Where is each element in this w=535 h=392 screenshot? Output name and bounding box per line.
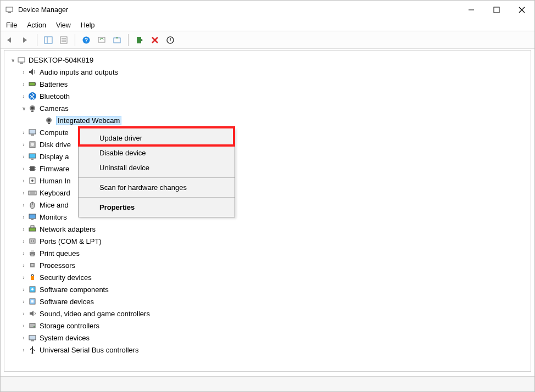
properties-button[interactable] (57, 33, 70, 47)
tree-item[interactable]: ›Software components (7, 283, 531, 295)
chevron-right-icon[interactable]: › (20, 93, 27, 99)
chevron-right-icon[interactable]: › (20, 250, 27, 256)
svg-rect-51 (29, 228, 36, 231)
chevron-right-icon[interactable]: › (20, 202, 27, 208)
tree-item-label: Monitors (40, 213, 67, 221)
minimize-button[interactable] (459, 1, 484, 19)
tree-item[interactable]: ›Software devices (7, 295, 531, 307)
maximize-button[interactable] (484, 1, 509, 19)
usb-icon (27, 345, 37, 355)
uninstall-device-button[interactable] (148, 33, 161, 47)
tree-item[interactable]: ›Audio inputs and outputs (7, 66, 531, 78)
software-icon (27, 284, 37, 294)
svg-rect-27 (31, 111, 34, 112)
storage-icon (27, 321, 37, 331)
ctx-separator (79, 197, 235, 198)
tree-item[interactable]: ›Bluetooth (7, 90, 531, 102)
svg-rect-52 (31, 226, 34, 228)
battery-icon (27, 79, 37, 89)
update-driver-button[interactable] (110, 33, 124, 47)
tree-item-label: Mice and (40, 201, 69, 209)
chevron-right-icon[interactable]: › (20, 226, 27, 232)
tree-item[interactable]: ∨Cameras (7, 102, 531, 114)
svg-point-43 (31, 180, 34, 182)
hid-icon (27, 176, 37, 186)
chevron-right-icon[interactable]: › (20, 81, 27, 87)
tree-item[interactable]: ›Network adapters (7, 223, 531, 235)
menu-bar: File Action View Help (1, 19, 534, 31)
svg-point-63 (31, 288, 34, 290)
chevron-right-icon[interactable]: › (20, 166, 27, 172)
tree-item[interactable]: ›Batteries (7, 78, 531, 90)
chevron-right-icon[interactable]: › (20, 190, 27, 196)
tree-item-label: Compute (40, 128, 69, 137)
help-button[interactable]: ? (80, 33, 93, 47)
tree-item-label: Universal Serial Bus controllers (40, 346, 139, 354)
tree-item-label: Print queues (40, 249, 80, 257)
ctx-properties[interactable]: Properties (79, 200, 235, 215)
tree-child-item[interactable]: Integrated Webcam (7, 114, 531, 126)
tree-item[interactable]: ›Security devices (7, 271, 531, 283)
forward-button[interactable] (19, 33, 32, 47)
port-icon (27, 236, 37, 246)
mouse-icon (27, 200, 37, 210)
chevron-right-icon[interactable]: › (20, 154, 27, 160)
chevron-right-icon[interactable]: › (20, 323, 27, 329)
chevron-right-icon[interactable]: › (20, 299, 27, 305)
scan-hardware-button[interactable] (95, 33, 108, 47)
svg-rect-23 (35, 83, 36, 85)
back-button[interactable] (4, 33, 17, 47)
chevron-right-icon[interactable]: › (20, 214, 27, 220)
disable-device-button[interactable] (164, 33, 177, 47)
chevron-right-icon[interactable]: › (20, 69, 27, 75)
menu-help[interactable]: Help (81, 21, 95, 29)
svg-rect-68 (29, 335, 36, 340)
menu-file[interactable]: File (6, 21, 17, 29)
tree-item[interactable]: ›System devices (7, 332, 531, 344)
tree-item[interactable]: ›Processors (7, 259, 531, 271)
tree-item-label: Security devices (40, 273, 92, 282)
svg-rect-1 (8, 12, 11, 13)
menu-action[interactable]: Action (27, 21, 46, 29)
svg-rect-30 (48, 123, 50, 124)
ctx-scan-hardware[interactable]: Scan for hardware changes (79, 180, 235, 195)
svg-rect-31 (29, 130, 36, 134)
chevron-right-icon[interactable]: › (20, 347, 27, 353)
ctx-disable-device[interactable]: Disable device (79, 145, 235, 160)
system-icon (27, 333, 37, 343)
enable-device-button[interactable] (133, 33, 146, 47)
tree-root[interactable]: ∨DESKTOP-504K819 (7, 54, 531, 66)
context-menu: Update driver Disable device Uninstall d… (78, 128, 235, 217)
chevron-right-icon[interactable]: › (20, 130, 27, 136)
tree-item-label: System devices (40, 334, 90, 342)
camera-icon (44, 115, 54, 125)
tree-item[interactable]: ›Sound, video and game controllers (7, 307, 531, 320)
close-button[interactable] (509, 1, 534, 19)
tree-item[interactable]: ›Ports (COM & LPT) (7, 235, 531, 247)
svg-point-67 (34, 326, 35, 327)
tree-item[interactable]: ›Print queues (7, 247, 531, 259)
chevron-right-icon[interactable]: › (20, 262, 27, 268)
tree-item[interactable]: ›Universal Serial Bus controllers (7, 344, 531, 356)
chevron-right-icon[interactable]: › (20, 311, 27, 317)
sound-icon (27, 309, 37, 318)
chevron-right-icon[interactable]: › (20, 142, 27, 148)
show-hide-console-button[interactable] (42, 33, 55, 47)
ctx-update-driver[interactable]: Update driver (79, 131, 235, 145)
tree-item[interactable]: ›Storage controllers (7, 320, 531, 332)
chevron-right-icon[interactable]: › (20, 275, 27, 281)
svg-point-29 (48, 119, 51, 122)
tree-item-label: Batteries (40, 80, 68, 88)
chevron-right-icon[interactable]: › (20, 287, 27, 293)
window-controls (459, 1, 534, 19)
chevron-right-icon[interactable]: › (20, 178, 27, 184)
menu-view[interactable]: View (56, 21, 71, 29)
chevron-down-icon[interactable]: ∨ (20, 105, 27, 111)
ctx-uninstall-device[interactable]: Uninstall device (79, 160, 235, 175)
tree-item-label: Storage controllers (40, 322, 99, 330)
svg-point-34 (31, 143, 34, 146)
chevron-down-icon[interactable]: ∨ (9, 57, 16, 63)
chevron-right-icon[interactable]: › (20, 335, 27, 341)
chevron-right-icon[interactable]: › (20, 238, 27, 244)
svg-rect-53 (30, 239, 35, 243)
